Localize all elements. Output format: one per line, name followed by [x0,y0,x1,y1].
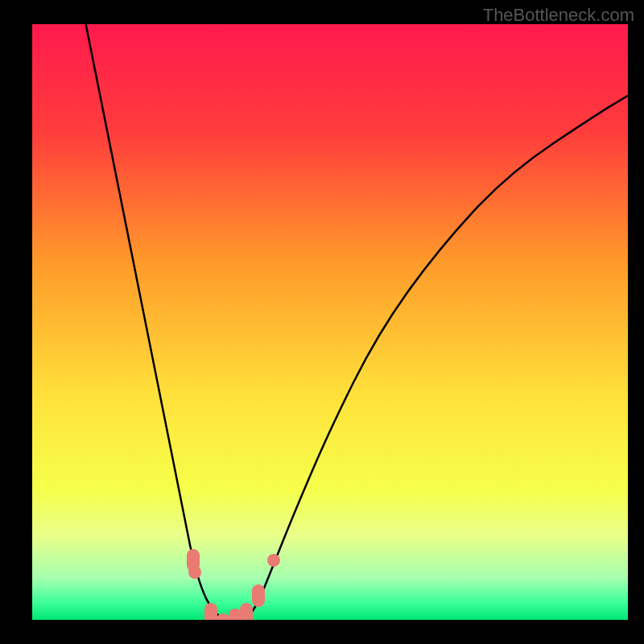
right-curve-path [246,96,628,620]
data-marker [229,609,242,620]
data-marker [240,603,253,620]
watermark-text: TheBottleneck.com [483,5,634,26]
data-marker [267,554,280,567]
data-marker [188,566,201,579]
curve-layer [32,24,628,620]
plot-area [32,24,628,620]
left-curve-path [86,24,223,620]
data-marker [204,603,217,620]
data-marker [252,584,265,607]
